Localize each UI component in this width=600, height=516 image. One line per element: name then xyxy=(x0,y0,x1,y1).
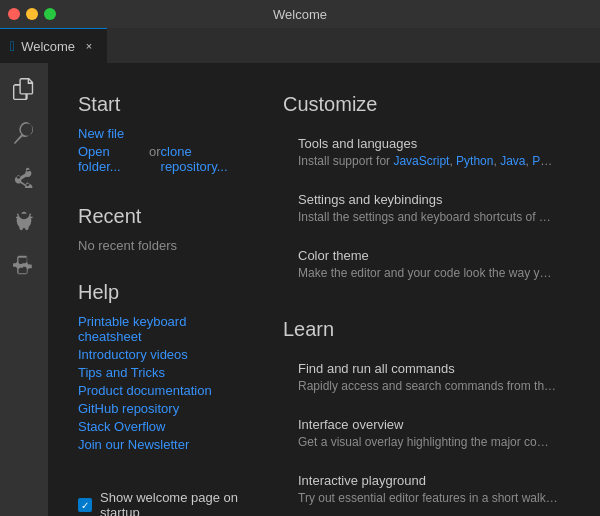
start-title: Start xyxy=(78,93,253,116)
checkmark-icon: ✓ xyxy=(81,500,89,511)
tools-highlight3: Java xyxy=(500,154,525,168)
welcome-content: Start New file Open folder... or clone r… xyxy=(48,63,600,516)
show-welcome-checkbox[interactable]: ✓ xyxy=(78,498,92,512)
new-file-link[interactable]: New file xyxy=(78,126,253,141)
interactive-playground-title: Interactive playground xyxy=(298,473,558,488)
customize-title: Customize xyxy=(283,93,570,116)
settings-keybindings-desc: Install the settings and keyboard shortc… xyxy=(298,210,558,224)
search-icon xyxy=(13,122,35,144)
close-button[interactable] xyxy=(8,8,20,20)
or-text: or xyxy=(149,144,161,177)
clone-repo-link[interactable]: clone repository... xyxy=(161,144,253,174)
keyboard-cheatsheet-link[interactable]: Printable keyboard cheatsheet xyxy=(78,314,253,344)
tab-label: Welcome xyxy=(21,39,75,54)
right-column: Customize Tools and languages Install su… xyxy=(273,93,570,516)
introductory-videos-link[interactable]: Introductory videos xyxy=(78,347,253,362)
github-repo-link[interactable]: GitHub repository xyxy=(78,401,253,416)
settings-keybindings-title: Settings and keybindings xyxy=(298,192,558,207)
tips-tricks-link[interactable]: Tips and Tricks xyxy=(78,365,253,380)
color-theme-desc: Make the editor and your code look the w… xyxy=(298,266,558,280)
show-welcome-label: Show welcome page on startup xyxy=(100,490,253,516)
activity-debug[interactable] xyxy=(6,203,42,239)
tools-highlight4: PHP xyxy=(532,154,555,168)
debug-icon xyxy=(13,210,35,232)
maximize-button[interactable] xyxy=(44,8,56,20)
tools-languages-title: Tools and languages xyxy=(298,136,558,151)
recent-section: Recent No recent folders xyxy=(78,205,253,253)
interactive-playground-desc: Try out essential editor features in a s… xyxy=(298,491,558,505)
activity-extensions[interactable] xyxy=(6,247,42,283)
source-control-icon xyxy=(13,166,35,188)
tab-bar:  Welcome × xyxy=(0,28,600,63)
show-welcome-row: ✓ Show welcome page on startup xyxy=(78,480,253,516)
window-title: Welcome xyxy=(273,7,327,22)
stackoverflow-link[interactable]: Stack Overflow xyxy=(78,419,253,434)
find-commands-item[interactable]: Find and run all commands Rapidly access… xyxy=(283,351,570,403)
interface-overview-desc: Get a visual overlay highlighting the ma… xyxy=(298,435,558,449)
interface-overview-item[interactable]: Interface overview Get a visual overlay … xyxy=(283,407,570,459)
activity-search[interactable] xyxy=(6,115,42,151)
no-recent-folders: No recent folders xyxy=(78,238,253,253)
tools-languages-item[interactable]: Tools and languages Install support for … xyxy=(283,126,570,178)
color-theme-item[interactable]: Color theme Make the editor and your cod… xyxy=(283,238,570,290)
recent-title: Recent xyxy=(78,205,253,228)
vscode-icon:  xyxy=(10,38,15,54)
tab-close-button[interactable]: × xyxy=(81,38,97,54)
find-commands-desc: Rapidly access and search commands from … xyxy=(298,379,558,393)
customize-section: Customize Tools and languages Install su… xyxy=(283,93,570,290)
learn-title: Learn xyxy=(283,318,570,341)
interactive-playground-item[interactable]: Interactive playground Try out essential… xyxy=(283,463,570,515)
learn-section: Learn Find and run all commands Rapidly … xyxy=(283,318,570,515)
activity-source-control[interactable] xyxy=(6,159,42,195)
interface-overview-title: Interface overview xyxy=(298,417,558,432)
activity-bar xyxy=(0,63,48,516)
start-section: Start New file Open folder... or clone r… xyxy=(78,93,253,177)
explorer-icon xyxy=(13,78,35,100)
help-title: Help xyxy=(78,281,253,304)
open-folder-link[interactable]: Open folder... xyxy=(78,144,149,174)
open-folder-row: Open folder... or clone repository... xyxy=(78,144,253,177)
help-section: Help Printable keyboard cheatsheet Intro… xyxy=(78,281,253,452)
color-theme-title: Color theme xyxy=(298,248,558,263)
newsletter-link[interactable]: Join our Newsletter xyxy=(78,437,253,452)
settings-highlight: Vim xyxy=(539,210,558,224)
activity-explorer[interactable] xyxy=(6,71,42,107)
product-docs-link[interactable]: Product documentation xyxy=(78,383,253,398)
main-layout: Start New file Open folder... or clone r… xyxy=(0,63,600,516)
welcome-tab[interactable]:  Welcome × xyxy=(0,28,107,63)
left-column: Start New file Open folder... or clone r… xyxy=(78,93,273,516)
tools-languages-desc: Install support for JavaScript, Python, … xyxy=(298,154,558,168)
find-commands-title: Find and run all commands xyxy=(298,361,558,376)
minimize-button[interactable] xyxy=(26,8,38,20)
extensions-icon xyxy=(13,254,35,276)
settings-keybindings-item[interactable]: Settings and keybindings Install the set… xyxy=(283,182,570,234)
tools-highlight: JavaScript xyxy=(393,154,449,168)
title-bar: Welcome xyxy=(0,0,600,28)
traffic-lights xyxy=(8,8,56,20)
tools-highlight2: Python xyxy=(456,154,493,168)
